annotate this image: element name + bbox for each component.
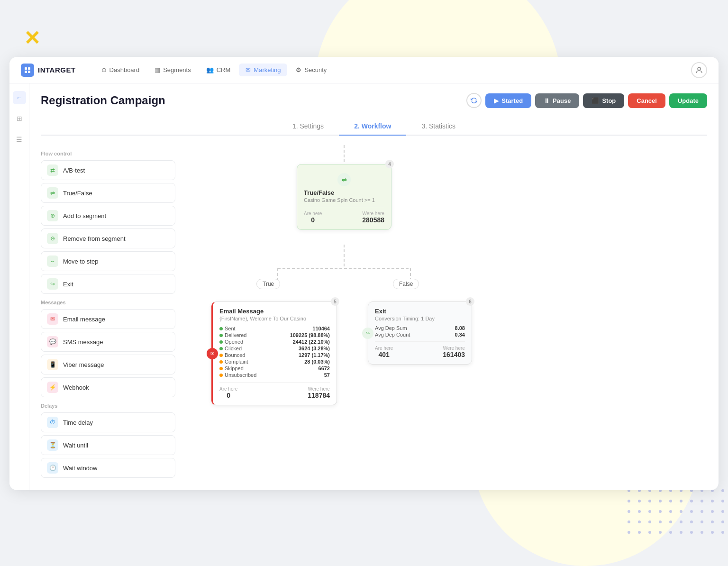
refresh-button[interactable] xyxy=(466,93,482,108)
exit-node-icon: ↪ xyxy=(362,328,373,339)
app-container: INTARGET ⊙ Dashboard ▦ Segments 👥 CRM ✉ … xyxy=(9,57,719,490)
page-header: Registration Campaign ▶ Started ⏸ Pause … xyxy=(41,93,707,108)
header-actions: ▶ Started ⏸ Pause ⬛ Stop Cancel Update xyxy=(466,93,707,108)
update-button[interactable]: Update xyxy=(669,93,707,108)
tab-statistics[interactable]: 3. Statistics xyxy=(406,118,471,136)
nav-crm[interactable]: 👥 CRM xyxy=(200,64,237,76)
flow-sidebar: Flow control ⇄ A/B-test ⇌ True/False ⊕ A… xyxy=(41,145,183,481)
nav-items: ⊙ Dashboard ▦ Segments 👥 CRM ✉ Marketing… xyxy=(95,64,691,76)
page-title: Registration Campaign xyxy=(41,94,165,107)
started-button[interactable]: ▶ Started xyxy=(485,93,531,108)
nav-marketing[interactable]: ✉ Marketing xyxy=(239,64,287,76)
email-are-here: Are here 0 xyxy=(219,386,237,399)
exit-kv-list: Avg Dep Sum 8.08 Avg Dep Count 0.34 xyxy=(375,325,465,338)
stat-unsubscribed: Unsubscribed 57 xyxy=(219,372,330,378)
flow-item-time-delay[interactable]: ⏱ Time delay xyxy=(41,412,175,432)
viber-icon: 📱 xyxy=(47,359,58,370)
svg-rect-2 xyxy=(25,71,27,73)
truefalse-icon: ⇌ xyxy=(47,187,58,199)
exit-icon: ↪ xyxy=(47,278,58,290)
abtest-icon: ⇄ xyxy=(47,164,58,176)
email-were-here: Were here 118784 xyxy=(308,386,330,399)
flow-item-truefalse[interactable]: ⇌ True/False xyxy=(41,183,175,203)
remove-segment-icon: ⊖ xyxy=(47,233,58,244)
wait-window-icon: 🕐 xyxy=(47,462,58,474)
logo-text: INTARGET xyxy=(38,66,76,74)
exit-were-here: Were here 161403 xyxy=(443,346,465,358)
stop-button[interactable]: ⬛ Stop xyxy=(583,93,624,108)
flow-item-email[interactable]: ✉ Email message xyxy=(41,309,175,329)
flow-section-flow-control: Flow control xyxy=(41,151,175,156)
email-title: Email Message xyxy=(219,308,330,315)
email-subtitle: {FirstName}, Welcome To Our Casino xyxy=(219,316,330,321)
exit-node-stats: Are here 401 Were here 161403 xyxy=(375,341,465,358)
flow-item-abtest[interactable]: ⇄ A/B-test xyxy=(41,160,175,180)
cancel-button[interactable]: Cancel xyxy=(628,93,665,108)
node-number-email: 5 xyxy=(331,297,339,306)
exit-are-here: Are here 401 xyxy=(375,346,393,358)
left-sidebar: ← ⊞ ☰ xyxy=(9,83,29,490)
exit-title: Exit xyxy=(375,308,465,315)
tabs: 1. Settings 2. Workflow 3. Statistics xyxy=(41,118,707,136)
sidebar-widget-icon[interactable]: ⊞ xyxy=(13,112,26,125)
sidebar-list-icon[interactable]: ☰ xyxy=(13,133,26,146)
stat-skipped: Skipped 6672 xyxy=(219,365,330,372)
nav-security[interactable]: ⚙ Security xyxy=(289,64,333,76)
flow-item-remove-segment[interactable]: ⊖ Remove from segment xyxy=(41,228,175,248)
email-node-stats: Are here 0 Were here 118784 xyxy=(219,382,330,399)
dashboard-icon: ⊙ xyxy=(101,66,107,73)
sms-icon: 💬 xyxy=(47,336,58,347)
user-avatar[interactable] xyxy=(691,62,707,78)
svg-point-4 xyxy=(698,67,701,70)
flow-item-exit[interactable]: ↪ Exit xyxy=(41,274,175,294)
node-exit[interactable]: 6 ↪ Exit Conversion Timing: 1 Day Avg De… xyxy=(368,301,472,365)
flow-item-sms[interactable]: 💬 SMS message xyxy=(41,332,175,352)
exit-subtitle: Conversion Timing: 1 Day xyxy=(375,316,465,321)
flow-item-wait-until[interactable]: ⏳ Wait until xyxy=(41,435,175,455)
truefalse-node-icon: ⇌ xyxy=(337,173,351,186)
node-email[interactable]: 5 ✉ Email Message {FirstName}, Welcome T… xyxy=(211,301,337,405)
email-stats-list: Sent 110464 Delivered 109225 (98.88%) Op… xyxy=(219,325,330,378)
flow-item-viber[interactable]: 📱 Viber message xyxy=(41,355,175,374)
flow-item-wait-window[interactable]: 🕐 Wait window xyxy=(41,458,175,478)
svg-rect-0 xyxy=(25,67,27,70)
flow-section-delays: Delays xyxy=(41,403,175,409)
pause-button[interactable]: ⏸ Pause xyxy=(535,93,579,108)
stat-complaint: Complaint 28 (0.03%) xyxy=(219,358,330,365)
truefalse-subtitle: Casino Game Spin Count >= 1 xyxy=(304,197,384,203)
email-msg-icon: ✉ xyxy=(47,313,58,325)
marketing-icon: ✉ xyxy=(246,66,251,73)
deco-dots xyxy=(628,489,728,538)
branch-label-true: True xyxy=(256,279,280,289)
stat-clicked: Clicked 3624 (3.28%) xyxy=(219,345,330,352)
branch-label-false: False xyxy=(393,279,419,289)
move-step-icon: ↔ xyxy=(47,256,58,267)
logo-area: INTARGET xyxy=(21,64,76,77)
nav-segments[interactable]: ▦ Segments xyxy=(148,64,198,76)
svg-rect-3 xyxy=(28,71,30,73)
wait-until-icon: ⏳ xyxy=(47,439,58,451)
exit-avg-dep-sum: Avg Dep Sum 8.08 xyxy=(375,325,465,331)
exit-avg-dep-count: Avg Dep Count 0.34 xyxy=(375,332,465,338)
play-icon: ▶ xyxy=(494,97,499,104)
flow-item-add-segment[interactable]: ⊕ Add to segment xyxy=(41,206,175,226)
truefalse-stats: Are here 0 Were here 280588 xyxy=(304,207,384,224)
nav-dashboard[interactable]: ⊙ Dashboard xyxy=(95,64,146,76)
tab-workflow[interactable]: 2. Workflow xyxy=(339,118,406,136)
pause-icon: ⏸ xyxy=(544,97,550,104)
logo-icon xyxy=(21,64,34,77)
flow-item-move-step[interactable]: ↔ Move to step xyxy=(41,251,175,271)
main-layout: Flow control ⇄ A/B-test ⇌ True/False ⊕ A… xyxy=(41,145,707,481)
stop-icon: ⬛ xyxy=(592,97,599,104)
close-icon[interactable]: ✕ xyxy=(24,28,40,48)
sidebar-nav-icon[interactable]: ← xyxy=(13,91,26,104)
security-icon: ⚙ xyxy=(296,66,301,73)
node-truefalse[interactable]: 4 ⇌ True/False Casino Game Spin Count >=… xyxy=(297,164,391,230)
stat-delivered: Delivered 109225 (98.88%) xyxy=(219,332,330,338)
flow-section-messages: Messages xyxy=(41,300,175,305)
flow-item-webhook[interactable]: ⚡ Webhook xyxy=(41,377,175,397)
node-number-truefalse: 4 xyxy=(385,160,394,168)
tab-settings[interactable]: 1. Settings xyxy=(277,118,339,136)
svg-rect-1 xyxy=(28,67,30,70)
truefalse-title: True/False xyxy=(304,189,384,196)
